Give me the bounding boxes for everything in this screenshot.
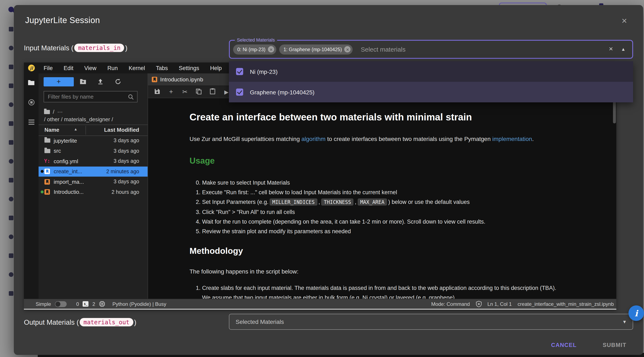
copy-cells-icon[interactable] [196, 88, 202, 95]
file-modified: 3 days ago [114, 138, 139, 144]
menu-tabs[interactable]: Tabs [150, 65, 173, 71]
search-icon [128, 94, 134, 100]
menu-view[interactable]: View [79, 65, 102, 71]
sidebar-icon [9, 84, 14, 88]
new-folder-icon[interactable] [80, 79, 86, 86]
menu-help[interactable]: Help [204, 65, 227, 71]
menu-run[interactable]: Run [102, 65, 123, 71]
menu-edit[interactable]: Edit [58, 65, 79, 71]
file-row-config[interactable]: Y: config.yml 3 days ago [38, 156, 148, 166]
material-chip[interactable]: 1: Graphene (mp-1040425) × [279, 44, 353, 54]
notebook-file-icon [152, 77, 157, 82]
sidebar-icon [9, 197, 14, 201]
option-label: Ni (mp-23) [250, 68, 278, 75]
usage-item: 3. Click "Run" > "Run All" to run all ce… [196, 207, 485, 217]
save-icon[interactable] [154, 88, 160, 95]
jupyter-activity-bar [24, 73, 38, 299]
cancel-button[interactable]: CANCEL [545, 338, 582, 352]
file-row-create-interface[interactable]: create_int... 2 minutes ago [38, 166, 148, 177]
notebook-intro: Use Zur and McGill superlattices matchin… [190, 136, 534, 142]
running-kernels-tab-icon[interactable] [28, 99, 34, 106]
sort-ascending-icon[interactable]: ▲ [74, 127, 78, 131]
file-row-src[interactable]: src 3 days ago [38, 146, 148, 156]
option-label: Graphene (mp-1040425) [250, 89, 314, 95]
home-folder-icon[interactable] [44, 110, 50, 114]
option-ni[interactable]: Ni (mp-23) [229, 61, 633, 82]
notebook-h1: Create an interface between two material… [190, 112, 472, 123]
file-row-import-material[interactable]: import_ma... 3 days ago [38, 177, 148, 187]
scrollbar-thumb[interactable] [613, 99, 616, 123]
file-browser-tab-icon[interactable] [28, 79, 35, 86]
upload-icon[interactable] [97, 79, 104, 86]
input-materials-suffix: ) [125, 44, 128, 52]
selected-materials-field-label: Selected Materials [235, 37, 277, 42]
text-segment: 4. Wait for the run to complete (dependi… [196, 219, 485, 225]
usage-item: 2. Set Input Parameters (e.g. MILLER_IND… [196, 197, 485, 207]
usage-item: 4. Wait for the run to complete (dependi… [196, 217, 485, 226]
text-segment: Use Zur and McGill superlattices matchin… [190, 136, 302, 142]
sidebar-icon [9, 121, 14, 126]
select-materials-placeholder: Select materials [361, 46, 406, 53]
jupyterlite-logo-icon: jl [28, 65, 35, 71]
add-cell-icon[interactable]: + [168, 88, 174, 96]
file-row-jupyterlite[interactable]: jupyterlite 3 days ago [38, 136, 148, 146]
selected-materials-field[interactable]: Selected Materials 0: Ni (mp-23) × 1: Gr… [229, 40, 633, 59]
submit-button[interactable]: SUBMIT [597, 338, 632, 352]
file-modified: 3 days ago [114, 148, 139, 154]
menu-kernel[interactable]: Kernel [123, 65, 150, 71]
refresh-icon[interactable] [115, 79, 121, 86]
notebook-file-icon [44, 179, 50, 185]
checkbox-checked-icon[interactable] [236, 68, 243, 75]
file-modified: 3 days ago [114, 158, 139, 164]
paste-cells-icon[interactable] [209, 88, 216, 96]
chip-remove-icon[interactable]: × [344, 46, 351, 53]
sidebar-icon [9, 272, 14, 277]
cursor-position[interactable]: Ln 1, Col 1 [488, 301, 512, 307]
usage-item: 0. Make sure to select Input Materials [196, 178, 485, 188]
filter-files-input[interactable] [44, 94, 128, 100]
tab-title: Introduction.ipynb [160, 76, 203, 83]
inline-link[interactable]: implementation [492, 136, 532, 142]
methodology-item-line1: 1. Create slabs for each input material.… [196, 283, 556, 293]
file-row-introduction[interactable]: Introductio... 2 hours ago [38, 187, 148, 197]
usage-heading: Usage [190, 156, 215, 166]
material-chip[interactable]: 0: Ni (mp-23) × [233, 44, 276, 54]
notebook-content: Create an interface between two material… [148, 97, 616, 299]
active-filename: create_interface_with_min_strain_zsl.ipy… [518, 301, 614, 307]
new-launcher-button[interactable]: + [44, 77, 74, 86]
checkbox-checked-icon[interactable] [236, 89, 243, 96]
inspector-tab-icon[interactable] [28, 119, 34, 125]
output-materials-select[interactable]: Selected Materials ▼ [229, 314, 633, 330]
dialog-actions: CANCEL SUBMIT [545, 338, 632, 352]
tab-introduction-ipynb[interactable]: Introduction.ipynb [148, 73, 230, 86]
output-materials-label: Output Materials ( materials_out ) [24, 318, 136, 326]
chip-remove-icon[interactable]: × [268, 46, 274, 53]
breadcrumb-ellipsis[interactable]: ··· [57, 109, 63, 115]
folder-icon [44, 139, 50, 143]
simple-mode-toggle[interactable] [55, 301, 66, 307]
material-chip-label: 0: Ni (mp-23) [237, 47, 266, 52]
output-materials-prefix: Output Materials ( [24, 318, 79, 326]
menu-file[interactable]: File [38, 65, 58, 71]
column-last-modified[interactable]: Last Modified [104, 127, 139, 133]
info-fab-button[interactable]: i [628, 305, 644, 321]
clear-selection-icon[interactable]: × [609, 45, 613, 53]
sidebar-icon [9, 216, 14, 220]
cut-cells-icon[interactable]: ✂ [182, 88, 188, 96]
file-list-header[interactable]: Name ▲ Last Modified [38, 125, 148, 136]
text-segment: ) below or use the default values [388, 199, 470, 205]
expand-dropdown-icon: ▼ [622, 319, 627, 324]
text-segment: to create interfaces between two materia… [326, 136, 492, 142]
breadcrumb: / ··· [44, 109, 63, 115]
inline-code: MAX_AREA [358, 199, 387, 206]
close-icon[interactable]: × [618, 14, 631, 28]
text-segment: , [355, 199, 356, 205]
column-name[interactable]: Name [44, 127, 59, 133]
collapse-dropdown-icon[interactable]: ▲ [621, 47, 626, 52]
inline-link[interactable]: algorithm [302, 136, 326, 142]
menu-settings[interactable]: Settings [173, 65, 205, 71]
mode-indicator: Mode: Command [431, 301, 470, 307]
materials-out-code: materials_out [80, 318, 133, 326]
option-graphene[interactable]: Graphene (mp-1040425) [229, 82, 633, 102]
kernel-status[interactable]: Python (Pyodide) | Busy [112, 301, 166, 307]
